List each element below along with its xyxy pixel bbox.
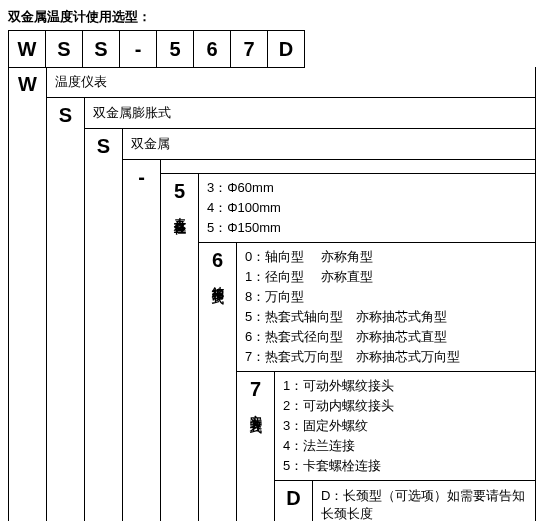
page-title: 双金属温度计使用选型：	[8, 8, 534, 26]
options-structure: 0：轴向型 亦称角型 1：径向型 亦称直型 8：万向型 5：热套式轴向型 亦称抽…	[237, 243, 535, 372]
option: 3：固定外螺纹	[283, 416, 527, 436]
key-char: 5	[174, 180, 185, 203]
key-char: D	[286, 487, 300, 510]
option: 3：Φ60mm	[207, 178, 527, 198]
option: 5：卡套螺栓连接	[283, 456, 527, 476]
option: 1：径向型 亦称直型	[245, 267, 527, 287]
options-dial: 3：Φ60mm 4：Φ100mm 5：Φ150mm	[199, 174, 535, 243]
option: 6：热套式径向型 亦称抽芯式直型	[245, 327, 527, 347]
level-label: 温度仪表	[47, 67, 535, 98]
level-label	[161, 160, 535, 174]
level-label: 双金属膨胀式	[85, 98, 535, 129]
key-char: 7	[250, 378, 261, 401]
code-cell: 5	[156, 30, 194, 68]
code-cell: -	[119, 30, 157, 68]
selection-tree: W 温度仪表 S 双金属膨胀式 S 双金属 -	[8, 67, 536, 521]
code-cell: S	[45, 30, 83, 68]
option: 5：Φ150mm	[207, 218, 527, 238]
key-char: 6	[212, 249, 223, 272]
level-label: 双金属	[123, 129, 535, 160]
level-key-s1: S	[47, 98, 85, 521]
option: 2：可动内螺纹接头	[283, 396, 527, 416]
level-key-d: D 可选	[275, 481, 313, 521]
option: 1：可动外螺纹接头	[283, 376, 527, 396]
options-mount: 1：可动外螺纹接头 2：可动内螺纹接头 3：固定外螺纹 4：法兰连接 5：卡套螺…	[275, 372, 535, 481]
key-sub: 表盘直径	[171, 207, 188, 215]
option: 5：热套式轴向型 亦称抽芯式角型	[245, 307, 527, 327]
code-cell: W	[8, 30, 46, 68]
level-key-w: W	[9, 67, 47, 521]
model-code-row: W S S - 5 6 7 D	[8, 30, 534, 68]
code-cell: D	[267, 30, 305, 68]
key-sub: 结构形式	[209, 276, 226, 284]
level-key-7: 7 安装方式	[237, 372, 275, 521]
key-sub: 安装方式	[247, 405, 264, 413]
option: 4：Φ100mm	[207, 198, 527, 218]
code-cell: S	[82, 30, 120, 68]
level-key-s2: S	[85, 129, 123, 521]
option: 8：万向型	[245, 287, 527, 307]
level-label: D：长颈型（可选项）如需要请告知长颈长度	[313, 481, 535, 521]
level-key-5: 5 表盘直径	[161, 174, 199, 521]
level-key-dash: -	[123, 160, 161, 521]
level-key-6: 6 结构形式	[199, 243, 237, 521]
option: 0：轴向型 亦称角型	[245, 247, 527, 267]
code-cell: 7	[230, 30, 268, 68]
code-cell: 6	[193, 30, 231, 68]
key-sub: 可选	[285, 514, 302, 518]
option: 4：法兰连接	[283, 436, 527, 456]
option: 7：热套式万向型 亦称抽芯式万向型	[245, 347, 527, 367]
